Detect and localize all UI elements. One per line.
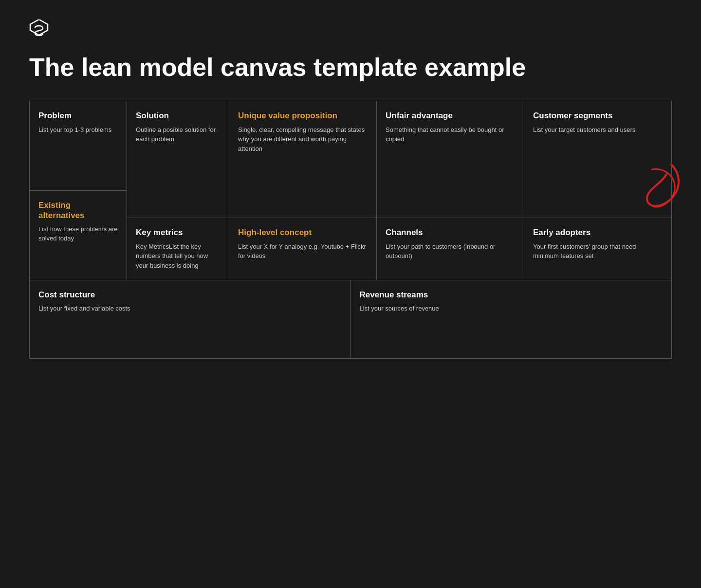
key-metrics-body: Key MetricsList the key numbers that tel… bbox=[136, 242, 220, 271]
customer-segments-cell: Customer segments List your target custo… bbox=[524, 101, 671, 218]
customer-segments-title: Customer segments bbox=[533, 111, 663, 121]
cost-structure-title: Cost structure bbox=[38, 290, 342, 300]
problem-column: Problem List your top 1-3 problems Exist… bbox=[30, 101, 127, 280]
existing-alternatives-cell: Existing alternatives List how these pro… bbox=[30, 190, 127, 280]
key-metrics-cell: Key metrics Key MetricsList the key numb… bbox=[127, 218, 229, 280]
uvp-cell: Unique value proposition Single, clear, … bbox=[229, 101, 376, 218]
unfair-advantage-body: Something that cannot easily be bought o… bbox=[386, 125, 515, 144]
solution-column: Solution Outline a posible solution for … bbox=[127, 101, 229, 280]
cost-structure-cell: Cost structure List your fixed and varia… bbox=[30, 280, 351, 358]
lean-canvas: Problem List your top 1-3 problems Exist… bbox=[29, 101, 672, 359]
channels-body: List your path to customers (inbound or … bbox=[386, 242, 515, 261]
revenue-streams-cell: Revenue streams List your sources of rev… bbox=[351, 280, 672, 358]
customer-column: Customer segments List your target custo… bbox=[524, 101, 671, 280]
high-level-title: High-level concept bbox=[238, 228, 368, 238]
cost-structure-body: List your fixed and variable costs bbox=[38, 304, 342, 313]
early-adopters-title: Early adopters bbox=[533, 228, 663, 238]
customer-segments-body: List your target customers and users bbox=[533, 125, 663, 135]
uvp-title: Unique value proposition bbox=[238, 111, 368, 121]
page-title: The lean model canvas template example bbox=[29, 54, 672, 81]
unfair-column: Unfair advantage Something that cannot e… bbox=[377, 101, 524, 280]
early-adopters-cell: Early adopters Your first customers' gro… bbox=[524, 218, 671, 280]
uvp-body: Single, clear, compelling message that s… bbox=[238, 125, 368, 154]
early-adopters-body: Your first customers' group that need mi… bbox=[533, 242, 663, 261]
solution-title: Solution bbox=[136, 111, 220, 121]
problem-cell: Problem List your top 1-3 problems bbox=[30, 101, 127, 190]
middle-column: Unique value proposition Single, clear, … bbox=[229, 101, 377, 280]
problem-body: List your top 1-3 problems bbox=[38, 125, 118, 135]
high-level-cell: High-level concept List your X for Y ana… bbox=[229, 218, 376, 280]
channels-title: Channels bbox=[386, 228, 515, 238]
key-metrics-title: Key metrics bbox=[136, 228, 220, 238]
unfair-advantage-cell: Unfair advantage Something that cannot e… bbox=[377, 101, 524, 218]
high-level-body: List your X for Y analogy e.g. Youtube +… bbox=[238, 242, 368, 261]
unfair-advantage-title: Unfair advantage bbox=[386, 111, 515, 121]
problem-title: Problem bbox=[38, 111, 118, 121]
red-swoosh-decoration bbox=[642, 160, 681, 218]
main-area: Problem List your top 1-3 problems Exist… bbox=[30, 101, 671, 280]
bottom-row: Cost structure List your fixed and varia… bbox=[30, 280, 671, 358]
revenue-streams-body: List your sources of revenue bbox=[360, 304, 663, 313]
solution-body: Outline a posible solution for each prob… bbox=[136, 125, 220, 144]
existing-alternatives-body: List how these problems are solved today bbox=[38, 224, 118, 243]
revenue-streams-title: Revenue streams bbox=[360, 290, 663, 300]
logo bbox=[29, 19, 49, 39]
existing-alternatives-title: Existing alternatives bbox=[38, 201, 118, 220]
channels-cell: Channels List your path to customers (in… bbox=[377, 218, 524, 280]
solution-cell: Solution Outline a posible solution for … bbox=[127, 101, 229, 218]
